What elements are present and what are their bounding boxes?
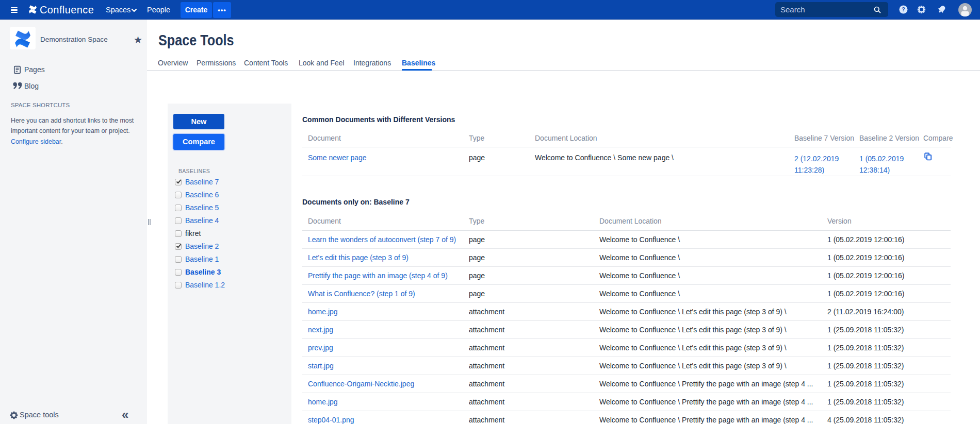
svg-text:?: ? bbox=[902, 6, 905, 12]
